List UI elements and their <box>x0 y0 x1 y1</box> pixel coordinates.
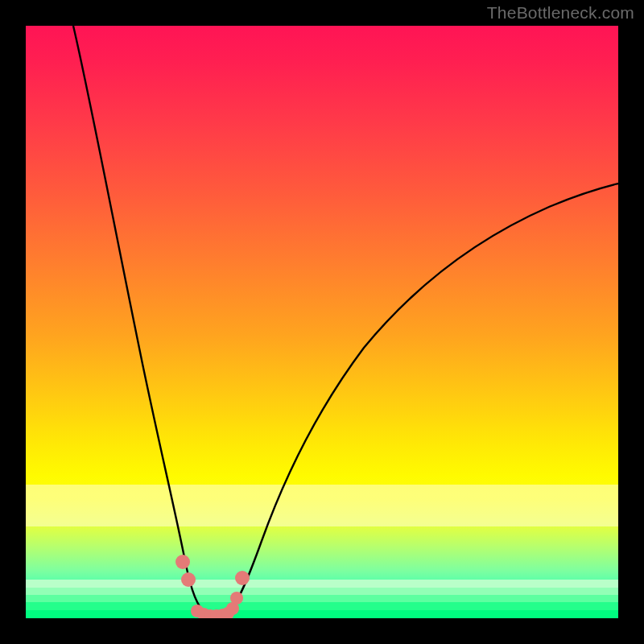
marker-dot <box>181 572 196 587</box>
curve-right-branch <box>227 184 618 616</box>
frame: TheBottleneck.com <box>0 0 644 644</box>
plot-area <box>26 26 618 618</box>
marker-dot <box>235 571 250 585</box>
marker-cluster <box>175 555 250 618</box>
bottleneck-curve <box>26 26 618 618</box>
watermark-text: TheBottleneck.com <box>487 3 634 23</box>
curve-left-branch <box>73 26 209 617</box>
marker-dot <box>230 592 243 605</box>
marker-dot <box>175 555 190 569</box>
